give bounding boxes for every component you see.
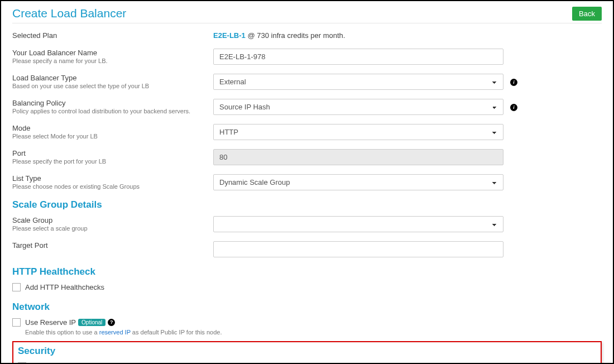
policy-select[interactable]: Source IP Hash — [213, 99, 503, 115]
port-sub: Please specify the port for your LB — [12, 158, 213, 165]
mode-sub: Please select Mode for your LB — [12, 133, 213, 140]
healthcheck-section-title: HTTP Healthcheck — [12, 266, 602, 277]
lb-name-input[interactable] — [213, 49, 503, 65]
plan-name-link[interactable]: E2E-LB-1 — [213, 31, 246, 40]
info-icon[interactable]: i — [510, 104, 517, 111]
scalegroup-sub: Please select a scale group — [12, 225, 213, 232]
page-title: Create Load Balancer — [12, 7, 126, 20]
lb-type-sub: Based on your use case select the type o… — [12, 83, 213, 89]
lb-type-label: Load Balancer Type — [12, 74, 213, 82]
security-section-highlight: Security Enable BitNinja Recommended ? B… — [12, 341, 602, 364]
target-port-label: Target Port — [12, 241, 213, 250]
listtype-select[interactable]: Dynamic Scale Group — [213, 174, 503, 190]
lb-name-label: Your Load Balancer Name — [12, 49, 213, 57]
lb-name-sub: Please specify a name for your LB. — [12, 58, 213, 64]
policy-sub: Policy applies to control load distribut… — [12, 108, 213, 114]
reserve-ip-label: Use Reserve IP — [25, 318, 76, 327]
scalegroup-label: Scale Group — [12, 216, 213, 224]
scale-group-section-title: Scale Group Details — [12, 199, 602, 210]
policy-label: Balancing Policy — [12, 99, 213, 107]
port-input — [213, 149, 503, 165]
optional-badge: Optional — [78, 319, 105, 326]
healthcheck-checkbox[interactable] — [12, 283, 21, 291]
back-button[interactable]: Back — [572, 7, 602, 21]
port-label: Port — [12, 149, 213, 157]
network-section-title: Network — [12, 301, 602, 313]
healthcheck-checkbox-label: Add HTTP Healthchecks — [25, 283, 104, 291]
security-section-title: Security — [18, 346, 596, 357]
listtype-sub: Please choose nodes or existing Scale Gr… — [12, 183, 213, 190]
mode-label: Mode — [12, 124, 213, 132]
reserve-ip-checkbox[interactable] — [12, 318, 21, 327]
info-icon[interactable]: i — [510, 79, 517, 86]
target-port-input[interactable] — [213, 241, 503, 257]
lb-type-select[interactable]: External — [213, 74, 503, 90]
scalegroup-select[interactable] — [213, 216, 503, 232]
selected-plan-label: Selected Plan — [12, 31, 213, 40]
reserve-ip-hint: Enable this option to use a reserved IP … — [25, 329, 602, 336]
reserved-ip-link[interactable]: reserved IP — [99, 329, 131, 336]
mode-select[interactable]: HTTP — [213, 124, 503, 140]
help-icon[interactable]: ? — [108, 319, 115, 326]
plan-suffix: @ 730 infra credits per month. — [246, 31, 346, 40]
listtype-label: List Type — [12, 174, 213, 183]
